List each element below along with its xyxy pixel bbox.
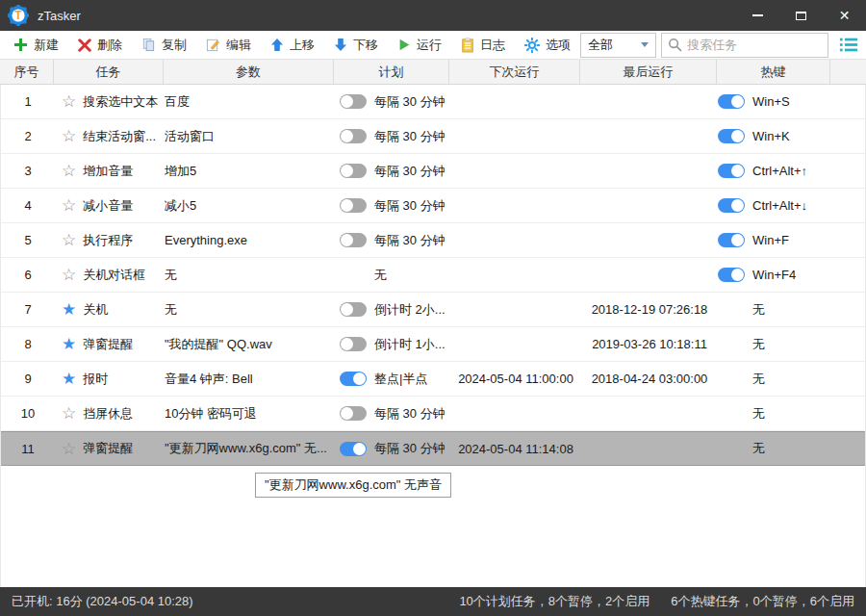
schedule-text: 倒计时 1小...	[374, 336, 446, 353]
statusbar: 已开机: 16分 (2024-05-04 10:28) 10个计划任务，8个暂停…	[0, 587, 866, 616]
schedule-toggle[interactable]	[340, 198, 367, 213]
table-row[interactable]: 11 ☆ 弹窗提醒 "更新刀网www.x6g.com" 无... 每隔 30 分…	[1, 431, 865, 466]
schedule-toggle[interactable]	[340, 129, 367, 143]
delete-task-button[interactable]: 删除	[68, 32, 132, 59]
hotkey-text: 无	[752, 405, 765, 423]
move-up-button[interactable]: 上移	[261, 32, 324, 59]
options-button[interactable]: 选项	[515, 32, 580, 59]
app-window: T zTasker ✕ 新建 删除 复制	[0, 0, 866, 616]
star-icon[interactable]: ☆	[62, 163, 76, 179]
star-icon[interactable]: ☆	[62, 267, 76, 283]
copy-icon	[141, 38, 156, 52]
schedule-text: 每隔 30 分钟	[374, 163, 446, 180]
task-params: 无	[165, 267, 335, 284]
hotkey-toggle[interactable]	[718, 268, 745, 282]
last-run: 2018-12-19 07:26:18	[581, 302, 718, 317]
close-icon: ✕	[839, 9, 851, 22]
move-down-button[interactable]: 下移	[324, 32, 388, 59]
table-row[interactable]: 8 ★ 弹窗提醒 "我的提醒" QQ.wav 倒计时 1小... 2019-03…	[1, 327, 865, 362]
table-row[interactable]: 2 ☆ 结束活动窗... 活动窗口 每隔 30 分钟 Win+K	[1, 119, 865, 154]
task-name: 挡屏休息	[83, 405, 133, 423]
star-icon[interactable]: ☆	[62, 93, 76, 110]
schedule-toggle[interactable]	[340, 164, 367, 178]
chevron-down-icon	[641, 42, 649, 47]
schedule-toggle[interactable]	[340, 372, 367, 386]
tooltip: "更新刀网www.x6g.com" 无声音	[255, 473, 451, 498]
view-list-button[interactable]	[839, 37, 858, 53]
log-button[interactable]: 日志	[451, 32, 515, 59]
column-header-next-run[interactable]: 下次运行	[449, 60, 580, 84]
table-row[interactable]: 7 ★ 关机 无 倒计时 2小... 2018-12-19 07:26:18 无	[1, 293, 865, 327]
minimize-button[interactable]	[736, 0, 779, 31]
next-run: 2024-05-04 11:00:00	[450, 372, 581, 386]
gear-icon	[524, 38, 540, 53]
hotkey-text: Ctrl+Alt+↓	[752, 198, 807, 213]
star-icon[interactable]: ★	[62, 371, 76, 387]
table-row[interactable]: 10 ☆ 挡屏休息 10分钟 密码可退 每隔 30 分钟 无	[1, 397, 865, 431]
hotkey-task-stats: 6个热键任务，0个暂停，6个启用	[671, 593, 854, 610]
plan-task-stats: 10个计划任务，8个暂停，2个启用	[459, 593, 650, 610]
star-icon[interactable]: ☆	[62, 441, 76, 457]
copy-task-button[interactable]: 复制	[132, 32, 196, 59]
hotkey-toggle[interactable]	[718, 94, 745, 109]
search-box	[661, 33, 828, 58]
table-row[interactable]: 1 ☆ 搜索选中文本 百度 每隔 30 分钟 Win+S	[1, 85, 865, 119]
row-number: 11	[1, 442, 55, 456]
star-icon[interactable]: ★	[62, 301, 76, 318]
plus-icon	[13, 38, 28, 52]
star-icon[interactable]: ☆	[62, 197, 76, 214]
schedule-toggle[interactable]	[340, 233, 367, 247]
hotkey-toggle[interactable]	[718, 198, 745, 213]
task-name: 增加音量	[83, 163, 133, 180]
search-input[interactable]	[687, 38, 812, 52]
column-header-filler	[830, 60, 866, 84]
hotkey-toggle[interactable]	[718, 233, 745, 247]
hotkey-text: Win+F4	[752, 268, 796, 282]
svg-text:T: T	[14, 9, 22, 22]
uptime-status: 已开机: 16分 (2024-05-04 10:28)	[12, 593, 193, 610]
task-params: 百度	[165, 93, 335, 111]
task-name: 减小音量	[83, 197, 133, 215]
hotkey-toggle[interactable]	[718, 164, 745, 178]
row-number: 4	[1, 198, 55, 213]
schedule-toggle[interactable]	[340, 94, 367, 109]
table-row[interactable]: 9 ★ 报时 音量4 钟声: Bell 整点|半点 2024-05-04 11:…	[1, 362, 865, 397]
schedule-text: 每隔 30 分钟	[374, 197, 446, 215]
play-icon	[397, 38, 411, 52]
column-header-last-run[interactable]: 最后运行	[580, 60, 717, 84]
column-header-hotkey[interactable]: 热键	[717, 60, 830, 84]
task-params: 无	[165, 301, 335, 319]
task-name: 弹窗提醒	[83, 336, 133, 353]
star-icon[interactable]: ★	[62, 336, 76, 352]
filter-dropdown[interactable]: 全部	[580, 33, 656, 58]
table-row[interactable]: 5 ☆ 执行程序 Everything.exe 每隔 30 分钟 Win+F	[1, 223, 865, 258]
schedule-toggle[interactable]	[340, 442, 367, 456]
column-header-schedule[interactable]: 计划	[334, 60, 449, 84]
log-clipboard-icon	[461, 38, 474, 53]
column-header-params[interactable]: 参数	[164, 60, 334, 84]
edit-task-button[interactable]: 编辑	[196, 32, 261, 59]
hotkey-text: Ctrl+Alt+↑	[752, 164, 807, 178]
schedule-toggle[interactable]	[340, 337, 367, 351]
row-number: 9	[1, 372, 55, 386]
task-params: Everything.exe	[165, 233, 335, 247]
schedule-toggle[interactable]	[340, 406, 367, 421]
new-task-button[interactable]: 新建	[4, 32, 68, 59]
star-icon[interactable]: ☆	[62, 405, 76, 422]
run-task-button[interactable]: 运行	[388, 32, 451, 59]
column-header-task[interactable]: 任务	[54, 60, 164, 84]
schedule-text: 每隔 30 分钟	[374, 232, 446, 249]
table-row[interactable]: 6 ☆ 关机对话框 无 无 Win+F4	[1, 258, 865, 293]
hotkey-toggle[interactable]	[718, 129, 745, 143]
column-header-index[interactable]: 序号	[0, 60, 54, 84]
row-number: 6	[1, 268, 55, 282]
star-icon[interactable]: ☆	[62, 128, 76, 144]
task-name: 报时	[83, 371, 108, 388]
schedule-toggle[interactable]	[340, 302, 367, 317]
table-row[interactable]: 4 ☆ 减小音量 减小5 每隔 30 分钟 Ctrl+Alt+↓	[1, 189, 865, 223]
table-row[interactable]: 3 ☆ 增加音量 增加5 每隔 30 分钟 Ctrl+Alt+↑	[1, 154, 865, 189]
row-number: 10	[1, 406, 55, 421]
maximize-button[interactable]	[779, 0, 823, 31]
close-button[interactable]: ✕	[823, 0, 866, 31]
star-icon[interactable]: ☆	[62, 232, 76, 248]
